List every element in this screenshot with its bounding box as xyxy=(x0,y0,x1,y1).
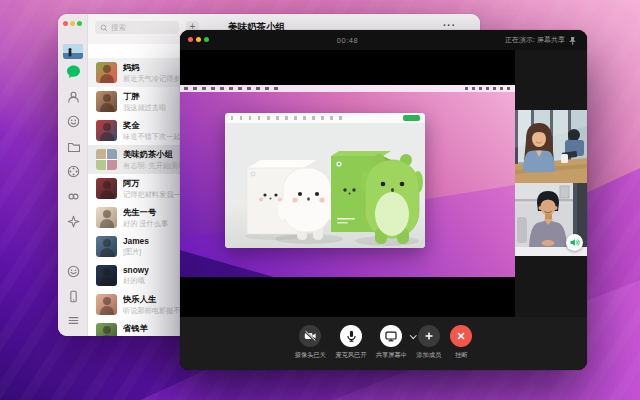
nav-rail xyxy=(58,14,88,336)
avatar xyxy=(96,294,117,315)
video-call-window: 00:48 正在演示: 屏幕共享 xyxy=(180,30,587,370)
menu-icon[interactable] xyxy=(66,313,81,328)
presented-app-window xyxy=(225,113,425,248)
mini-toolbar-icons xyxy=(231,116,343,120)
zoom-button[interactable] xyxy=(77,21,82,26)
call-body xyxy=(180,50,587,317)
control-label: 摄像头已关 xyxy=(295,351,326,360)
add-member-button[interactable] xyxy=(418,325,440,347)
call-title-bar: 00:48 正在演示: 屏幕共享 xyxy=(180,30,587,50)
avatar xyxy=(96,178,117,199)
control-label: 共享屏幕中 xyxy=(376,351,407,360)
share-status-text: 正在演示: 屏幕共享 xyxy=(505,35,565,45)
mini-programs-icon[interactable] xyxy=(66,214,81,229)
chat-preview: 我这就过去啦 xyxy=(123,103,166,113)
mascot-scene xyxy=(225,124,425,248)
screen-share-control[interactable]: 共享屏幕中 xyxy=(376,325,407,370)
shared-screen xyxy=(180,85,515,277)
add-member-control[interactable]: 添加成员 xyxy=(416,325,441,370)
avatar xyxy=(96,120,117,141)
close-button[interactable] xyxy=(63,21,68,26)
call-toolbar: 摄像头已关 麦克风已开 xyxy=(180,317,587,370)
hang-up-button[interactable] xyxy=(450,325,472,347)
camera-off-button[interactable] xyxy=(299,325,321,347)
favorites-icon[interactable] xyxy=(66,114,81,129)
speaking-indicator xyxy=(566,234,583,251)
moments-icon[interactable] xyxy=(66,164,81,179)
speaker-icon xyxy=(569,237,580,248)
chat-name: snowy xyxy=(123,265,149,275)
minimize-button[interactable] xyxy=(70,21,75,26)
files-icon[interactable] xyxy=(66,139,81,154)
group-avatar xyxy=(96,149,117,170)
control-label: 麦克风已开 xyxy=(335,351,366,360)
avatar xyxy=(96,62,117,83)
contacts-icon[interactable] xyxy=(66,89,81,104)
window-controls[interactable] xyxy=(63,21,82,26)
mic-control[interactable]: 麦克风已开 xyxy=(335,325,366,370)
pin-icon[interactable] xyxy=(568,36,577,45)
search-input[interactable]: 搜索 xyxy=(95,21,179,34)
screen-share-button[interactable] xyxy=(380,325,402,347)
chat-name: 丁胖 xyxy=(123,91,166,102)
search-placeholder: 搜索 xyxy=(111,23,126,33)
chat-preview: 好的哦 xyxy=(123,276,149,286)
camera-off-icon xyxy=(303,329,317,343)
mic-icon xyxy=(344,329,358,343)
phone-icon[interactable] xyxy=(66,289,81,304)
participant-video-woman[interactable] xyxy=(515,110,587,183)
avatar xyxy=(96,207,117,228)
call-timer: 00:48 xyxy=(180,36,515,45)
camera-off-control[interactable]: 摄像头已关 xyxy=(295,325,326,370)
control-label: 添加成员 xyxy=(416,351,441,360)
chat-name: 省钱羊 xyxy=(123,323,148,334)
chat-name: 先生一号 xyxy=(123,207,168,218)
desktop: 搜索 + 美味奶茶小组 ··· 妈妈最近天气冷记得多穿点 丁胖我这就过去啦 xyxy=(0,0,640,400)
stickers-icon[interactable] xyxy=(66,264,81,279)
shared-screen-area xyxy=(180,50,515,317)
mini-toolbar xyxy=(225,113,425,124)
mini-menu-bar xyxy=(180,85,515,92)
chat-preview: [图片] xyxy=(123,247,149,257)
screen-share-icon xyxy=(384,329,398,343)
mini-menu-items xyxy=(184,87,280,90)
chevron-down-icon[interactable] xyxy=(410,332,416,338)
avatar xyxy=(96,323,117,336)
mic-button[interactable] xyxy=(340,325,362,347)
chat-name: James xyxy=(123,236,149,246)
mini-status-icons xyxy=(465,87,511,90)
mini-publish-button[interactable] xyxy=(403,115,420,122)
search-icon xyxy=(100,24,108,32)
user-avatar[interactable] xyxy=(63,44,83,59)
control-label: 挂断 xyxy=(455,351,468,360)
chat-preview: 谢谢你 xyxy=(123,335,148,337)
plus-icon xyxy=(422,329,436,343)
avatar xyxy=(96,91,117,112)
chat-preview: 好的 没什么事 xyxy=(123,219,168,229)
close-x-icon xyxy=(454,329,468,343)
participants-sidebar xyxy=(515,50,587,317)
avatar xyxy=(96,236,117,257)
avatar xyxy=(96,265,117,286)
hang-up-control[interactable]: 挂断 xyxy=(450,325,472,370)
chats-icon[interactable] xyxy=(66,64,81,79)
channels-icon[interactable] xyxy=(66,189,81,204)
share-status: 正在演示: 屏幕共享 xyxy=(505,35,577,45)
